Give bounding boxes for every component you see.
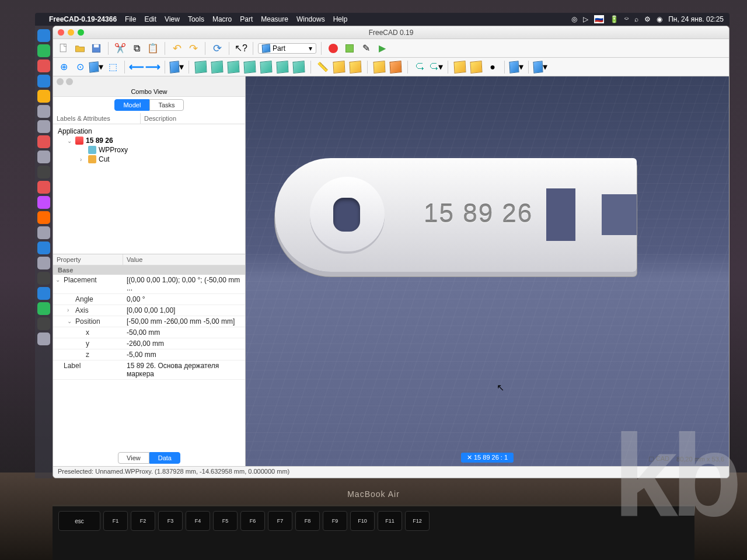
record-icon[interactable]: ◎ xyxy=(571,15,577,23)
isometric-button[interactable] xyxy=(194,60,208,74)
nav-style-label[interactable]: ▢ CAD xyxy=(648,455,669,463)
link-actions-button[interactable]: ⮎▾ xyxy=(429,60,443,74)
tab-data[interactable]: Data xyxy=(149,452,180,464)
menu-view[interactable]: View xyxy=(165,15,180,23)
workbench-selector[interactable]: Part ▾ xyxy=(258,43,316,54)
cylinder-button[interactable] xyxy=(469,60,483,74)
menu-measure[interactable]: Measure xyxy=(261,15,288,23)
panel-close-button[interactable] xyxy=(57,78,64,85)
dock-app-appstore[interactable] xyxy=(37,242,50,254)
tab-model[interactable]: Model xyxy=(114,99,149,111)
fit-all-button[interactable]: ⊕ xyxy=(57,60,71,74)
dock-app-calendar[interactable] xyxy=(37,135,50,148)
dock-app-music[interactable] xyxy=(37,181,50,194)
macro-edit-button[interactable]: ✎ xyxy=(359,41,373,55)
tree-document[interactable]: ⌄ 15 89 26 xyxy=(55,136,243,145)
dock-app-2[interactable] xyxy=(37,44,50,57)
property-header-value[interactable]: Value xyxy=(123,254,146,265)
dock-app-5[interactable] xyxy=(37,90,50,103)
menu-help[interactable]: Help xyxy=(333,15,348,23)
menu-windows[interactable]: Windows xyxy=(296,15,325,23)
front-view-button[interactable] xyxy=(210,60,224,74)
undo-button[interactable]: ↶ xyxy=(170,41,184,55)
group-button[interactable] xyxy=(389,60,403,74)
bottom-view-button[interactable] xyxy=(275,60,289,74)
tree-header-labels[interactable]: Labels & Attributes xyxy=(53,113,141,124)
tree-item-cut[interactable]: › Cut xyxy=(55,155,243,164)
window-close-button[interactable] xyxy=(58,29,64,36)
dock-app-13[interactable] xyxy=(37,211,50,224)
control-center-icon[interactable]: ⚙ xyxy=(644,15,651,23)
dock-app-7[interactable] xyxy=(37,120,50,133)
tab-tasks[interactable]: Tasks xyxy=(149,99,183,111)
whatsthis-button[interactable]: ↖? xyxy=(234,41,248,55)
part-create-button[interactable] xyxy=(372,60,386,74)
prop-z[interactable]: z-5,00 mm xyxy=(53,349,245,360)
chevron-down-icon[interactable]: ⌄ xyxy=(55,276,60,283)
draw-style-button[interactable]: ▾ xyxy=(89,60,103,74)
dock-app-3[interactable] xyxy=(37,60,50,72)
fit-selection-button[interactable]: ⊙ xyxy=(73,60,87,74)
window-zoom-button[interactable] xyxy=(78,29,84,36)
menu-part[interactable]: Part xyxy=(240,15,253,23)
sphere-button[interactable]: ● xyxy=(486,60,500,74)
rendered-part[interactable]: 15 89 26 xyxy=(275,152,637,284)
dock-app-19[interactable] xyxy=(37,302,50,315)
window-minimize-button[interactable] xyxy=(68,29,74,36)
top-view-button[interactable] xyxy=(226,60,240,74)
battery-icon[interactable]: 🔋 xyxy=(610,15,619,23)
link-button[interactable]: ▾ xyxy=(170,60,184,74)
boolean-button[interactable]: ▾ xyxy=(509,60,523,74)
menubar-app-name[interactable]: FreeCAD-0.19-24366 xyxy=(49,15,117,23)
tree-item-wpproxy[interactable]: WPProxy xyxy=(55,145,243,155)
prop-angle[interactable]: Angle0,00 ° xyxy=(53,294,245,305)
macro-record-button[interactable] xyxy=(326,41,340,55)
menu-file[interactable]: File xyxy=(125,15,136,23)
nav-back-button[interactable]: ⟵ xyxy=(130,60,144,74)
paste-button[interactable]: 📋 xyxy=(146,41,160,55)
measure-toggle-2-button[interactable] xyxy=(348,60,362,74)
menubar-clock[interactable]: Пн, 24 янв. 02:25 xyxy=(668,15,724,23)
prop-position[interactable]: ⌄Position[-50,00 mm -260,00 mm -5,00 mm] xyxy=(53,316,245,327)
panel-float-button[interactable] xyxy=(66,78,73,85)
cube-button[interactable] xyxy=(453,60,467,74)
menu-macro[interactable]: Macro xyxy=(212,15,232,23)
chevron-down-icon[interactable]: ⌄ xyxy=(67,318,72,324)
measure-linear-button[interactable]: 📏 xyxy=(316,60,330,74)
prop-y[interactable]: y-260,00 mm xyxy=(53,338,245,349)
model-tree[interactable]: Application ⌄ 15 89 26 WPProxy › Cut xyxy=(53,124,245,254)
flag-icon[interactable]: 🇷🇺 xyxy=(594,15,604,23)
left-view-button[interactable] xyxy=(292,60,306,74)
prop-placement[interactable]: ⌄Placement [(0,00 0,00 1,00); 0,00 °; (-… xyxy=(53,275,245,294)
refresh-button[interactable]: ⟳ xyxy=(210,41,224,55)
copy-button[interactable]: ⧉ xyxy=(130,41,144,55)
viewport-tab[interactable]: ✕ 15 89 26 : 1 xyxy=(461,453,514,463)
tree-application[interactable]: Application xyxy=(55,127,243,136)
dock-app-18[interactable] xyxy=(37,287,50,300)
prop-axis[interactable]: ›Axis[0,00 0,00 1,00] xyxy=(53,305,245,316)
siri-icon[interactable]: ◉ xyxy=(657,15,662,23)
window-titlebar[interactable]: FreeCAD 0.19 xyxy=(53,26,729,39)
measure-toggle-button[interactable] xyxy=(332,60,346,74)
menu-edit[interactable]: Edit xyxy=(144,15,156,23)
right-view-button[interactable] xyxy=(243,60,257,74)
make-link-button[interactable]: ⮎ xyxy=(413,60,427,74)
dock-app-9[interactable] xyxy=(37,150,50,163)
save-button[interactable] xyxy=(89,41,103,55)
property-header-prop[interactable]: Property xyxy=(53,254,123,265)
cut-button[interactable]: ✂️ xyxy=(113,41,127,55)
dock-app-16[interactable] xyxy=(37,257,50,270)
dock-app-21[interactable] xyxy=(37,332,50,345)
macro-stop-button[interactable] xyxy=(343,41,357,55)
dock-app-10[interactable] xyxy=(37,166,50,178)
search-icon[interactable]: ⌕ xyxy=(634,15,638,23)
compound-button[interactable]: ▾ xyxy=(533,60,547,74)
prop-x[interactable]: x-50,00 mm xyxy=(53,327,245,338)
dock-app-finder[interactable] xyxy=(37,29,50,42)
new-doc-button[interactable] xyxy=(57,41,71,55)
dock-app-17[interactable] xyxy=(37,272,50,285)
dock-app-6[interactable] xyxy=(37,105,50,118)
bounding-box-button[interactable]: ⬚ xyxy=(106,60,120,74)
3d-viewport[interactable]: 15 89 26 ↖ ✕ 15 89 26 : 1 ▢ CAD 80,20 mm… xyxy=(246,76,729,466)
chevron-right-icon[interactable]: › xyxy=(67,307,69,313)
